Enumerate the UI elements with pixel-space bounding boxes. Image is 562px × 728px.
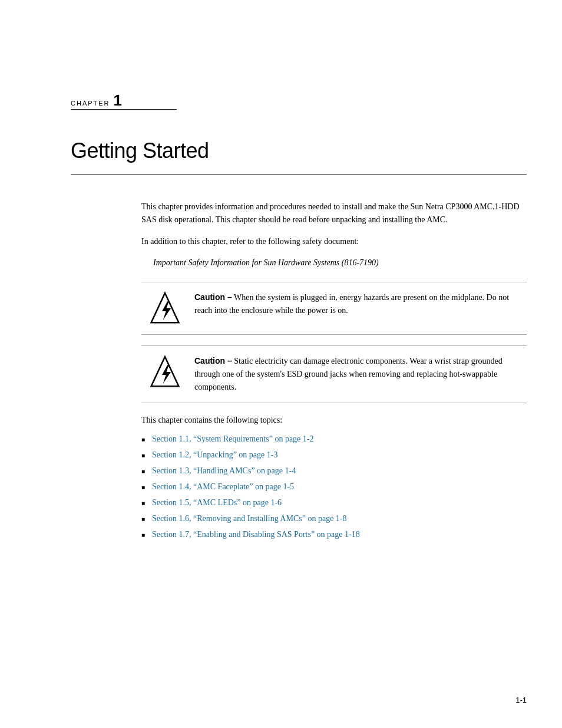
caution-label-1: Caution – bbox=[194, 292, 232, 302]
topic-link-2[interactable]: Section 1.2, “Unpacking” on page 1-3 bbox=[152, 449, 277, 461]
topic-link-5[interactable]: Section 1.5, “AMC LEDs” on page 1-6 bbox=[152, 496, 282, 509]
bullet-icon: ■ bbox=[141, 435, 147, 444]
caution-body-1: When the system is plugged in, energy ha… bbox=[194, 293, 509, 315]
caution-box-2: Caution – Static electricity can damage … bbox=[141, 345, 527, 403]
chapter-number: 1 bbox=[114, 91, 122, 110]
list-item: ■ Section 1.5, “AMC LEDs” on page 1-6 bbox=[141, 496, 527, 509]
bullet-icon: ■ bbox=[141, 515, 147, 523]
page-title: Getting Started bbox=[71, 139, 527, 163]
caution-body-2: Static electricity can damage electronic… bbox=[194, 357, 503, 392]
list-item: ■ Section 1.6, “Removing and Installing … bbox=[141, 512, 527, 525]
bullet-icon: ■ bbox=[141, 483, 147, 492]
topics-list: ■ Section 1.1, “System Requirements” on … bbox=[141, 433, 527, 541]
title-rule bbox=[71, 174, 527, 174]
caution-text-2: Caution – Static electricity can damage … bbox=[194, 354, 527, 394]
list-item: ■ Section 1.3, “Handling AMCs” on page 1… bbox=[141, 465, 527, 477]
list-item: ■ Section 1.7, “Enabling and Disabling S… bbox=[141, 528, 527, 541]
content-area: This chapter provides information and pr… bbox=[141, 200, 527, 544]
list-item: ■ Section 1.4, “AMC Faceplate” on page 1… bbox=[141, 480, 527, 493]
page-number: 1-1 bbox=[515, 696, 527, 704]
caution-box-1: Caution – When the system is plugged in,… bbox=[141, 282, 527, 335]
bullet-icon: ■ bbox=[141, 467, 147, 476]
bullet-icon: ■ bbox=[141, 451, 147, 460]
topic-link-6[interactable]: Section 1.6, “Removing and Installing AM… bbox=[152, 512, 347, 525]
caution-icon-1 bbox=[141, 291, 189, 326]
page: Chapter 1 Getting Started This chapter p… bbox=[0, 0, 562, 728]
caution-label-2: Caution – bbox=[194, 356, 232, 365]
bullet-icon: ■ bbox=[141, 499, 147, 508]
topic-link-1[interactable]: Section 1.1, “System Requirements” on pa… bbox=[152, 433, 314, 445]
intro-paragraph-2: In addition to this chapter, refer to th… bbox=[141, 235, 527, 248]
chapter-rule bbox=[71, 109, 177, 110]
intro-paragraph-1: This chapter provides information and pr… bbox=[141, 200, 527, 227]
caution-icon-2 bbox=[141, 354, 189, 390]
topic-link-4[interactable]: Section 1.4, “AMC Faceplate” on page 1-5 bbox=[152, 480, 294, 493]
list-item: ■ Section 1.2, “Unpacking” on page 1-3 bbox=[141, 449, 527, 461]
topics-intro: This chapter contains the following topi… bbox=[141, 414, 527, 427]
list-item: ■ Section 1.1, “System Requirements” on … bbox=[141, 433, 527, 445]
topic-link-3[interactable]: Section 1.3, “Handling AMCs” on page 1-4 bbox=[152, 465, 296, 477]
safety-reference: Important Safety Information for Sun Har… bbox=[153, 256, 527, 269]
chapter-word: Chapter bbox=[71, 100, 110, 107]
caution-text-1: Caution – When the system is plugged in,… bbox=[194, 291, 527, 318]
topic-link-7[interactable]: Section 1.7, “Enabling and Disabling SAS… bbox=[152, 528, 360, 541]
title-area: Getting Started bbox=[71, 139, 527, 174]
bullet-icon: ■ bbox=[141, 531, 147, 539]
chapter-label: Chapter 1 bbox=[71, 91, 122, 110]
